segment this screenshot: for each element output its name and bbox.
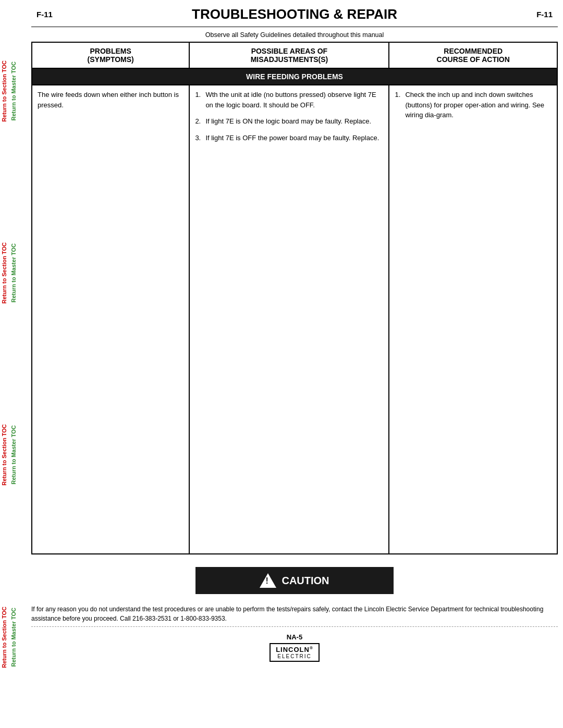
col-header-areas: POSSIBLE AREAS OFMISADJUSTMENTS(S) bbox=[189, 42, 389, 68]
list-item: 1. Wth the unit at idle (no buttons pres… bbox=[195, 90, 383, 110]
areas-cell: 1. Wth the unit at idle (no buttons pres… bbox=[189, 85, 389, 554]
col-header-problems: PROBLEMS(SYMPTOMS) bbox=[32, 42, 189, 68]
return-master-toc-2[interactable]: Return to Master TOC bbox=[9, 241, 18, 304]
sidebar-group-1: Return to Section TOC Return to Master T… bbox=[0, 50, 18, 133]
actions-list: 1. Check the inch up and inch down switc… bbox=[395, 90, 552, 120]
lincoln-brand-name: LINCOLN® bbox=[276, 646, 313, 653]
list-item: 2. If light 7E is ON the logic board may… bbox=[195, 116, 383, 127]
safety-note: Observe all Safety Guidelines detailed t… bbox=[31, 27, 558, 42]
page-num-left: F-11 bbox=[36, 10, 53, 19]
problems-cell: The wire feeds down when either inch but… bbox=[32, 85, 189, 554]
return-section-toc-2[interactable]: Return to Section TOC bbox=[0, 240, 8, 306]
table-row: The wire feeds down when either inch but… bbox=[32, 85, 557, 554]
page-num-right: F-11 bbox=[536, 10, 553, 19]
page-header: F-11 TROUBLESHOOTING & REPAIR F-11 bbox=[31, 0, 558, 27]
caution-triangle-icon bbox=[260, 573, 276, 588]
sidebar-group-2: Return to Section TOC Return to Master T… bbox=[0, 231, 18, 315]
list-item: 1. Check the inch up and inch down switc… bbox=[395, 90, 552, 120]
caution-box: CAUTION bbox=[195, 567, 394, 594]
sidebar-toc: Return to Section TOC Return to Master T… bbox=[0, 0, 29, 728]
return-master-toc-4[interactable]: Return to Master TOC bbox=[9, 606, 18, 669]
main-table: PROBLEMS(SYMPTOMS) POSSIBLE AREAS OFMISA… bbox=[31, 42, 558, 554]
sidebar-group-4: Return to Section TOC Return to Master T… bbox=[0, 595, 18, 678]
actions-cell: 1. Check the inch up and inch down switc… bbox=[389, 85, 557, 554]
caution-label: CAUTION bbox=[282, 575, 329, 587]
footer-page-id: NA-5 bbox=[287, 633, 302, 641]
return-section-toc-3[interactable]: Return to Section TOC bbox=[0, 422, 8, 488]
return-master-toc-1[interactable]: Return to Master TOC bbox=[9, 59, 18, 122]
main-content: F-11 TROUBLESHOOTING & REPAIR F-11 Obser… bbox=[31, 0, 558, 667]
footer-bottom: NA-5 LINCOLN® ELECTRIC bbox=[31, 630, 558, 667]
section-header-cell: WIRE FEEDING PROBLEMS bbox=[32, 68, 557, 85]
footer-text: If for any reason you do not understand … bbox=[31, 604, 558, 623]
lincoln-sub-label: ELECTRIC bbox=[276, 653, 313, 659]
return-section-toc-4[interactable]: Return to Section TOC bbox=[0, 604, 8, 670]
list-item: 3. If light 7E is OFF the power board ma… bbox=[195, 133, 383, 143]
table-header-row: PROBLEMS(SYMPTOMS) POSSIBLE AREAS OFMISA… bbox=[32, 42, 557, 68]
page-title: TROUBLESHOOTING & REPAIR bbox=[53, 6, 536, 22]
problem-text: The wire feeds down when either inch but… bbox=[38, 90, 183, 110]
sidebar-group-3: Return to Section TOC Return to Master T… bbox=[0, 413, 18, 497]
return-master-toc-3[interactable]: Return to Master TOC bbox=[9, 423, 18, 486]
lincoln-logo: LINCOLN® ELECTRIC bbox=[270, 643, 320, 662]
areas-list: 1. Wth the unit at idle (no buttons pres… bbox=[195, 90, 383, 143]
col-header-recommended: RECOMMENDEDCOURSE OF ACTION bbox=[389, 42, 557, 68]
return-section-toc-1[interactable]: Return to Section TOC bbox=[0, 58, 8, 124]
footer-divider bbox=[31, 626, 558, 627]
section-header-row: WIRE FEEDING PROBLEMS bbox=[32, 68, 557, 85]
